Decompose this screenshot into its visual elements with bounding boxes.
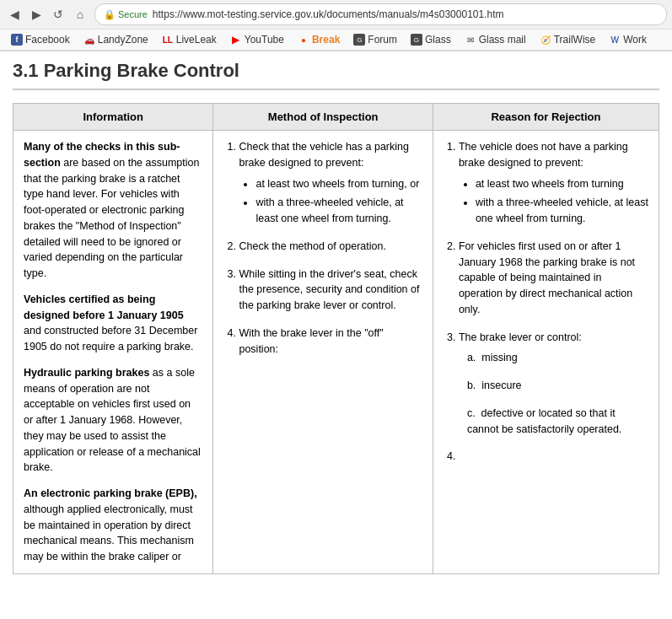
bookmark-trailwise[interactable]: 🧭 TrailWise xyxy=(534,32,602,47)
bookmark-label-break: Break xyxy=(312,34,340,46)
trailwise-icon: 🧭 xyxy=(540,34,551,46)
content-row: Many of the checks in this sub-section a… xyxy=(13,131,659,574)
page-title: 3.1 Parking Brake Control xyxy=(13,60,659,90)
secure-indicator: 🔒 Secure xyxy=(104,9,148,20)
bookmark-label-trailwise: TrailWise xyxy=(554,34,596,46)
reason-item-1: The vehicle does not have a parking brak… xyxy=(459,139,648,227)
bookmark-glassmail[interactable]: ✉ Glass mail xyxy=(459,32,532,47)
info-bold-3: Hydraulic parking brakes xyxy=(24,367,149,379)
method-item-4: With the brake lever in the "off" positi… xyxy=(239,326,422,358)
bookmark-facebook[interactable]: f Facebook xyxy=(5,32,76,47)
address-bar[interactable]: 🔒 Secure https://www.mot-testing.service… xyxy=(94,3,667,25)
bookmark-label-work: Work xyxy=(623,34,647,46)
reason-item-1-text: The vehicle does not have a parking brak… xyxy=(459,141,628,169)
bookmark-label-glass: Glass xyxy=(425,34,451,46)
info-normal-1: are based on the assumption that the par… xyxy=(24,157,199,279)
method-item-2: Check the method of operation. xyxy=(239,239,422,255)
info-bold-2: Vehicles certified as being designed bef… xyxy=(24,293,184,321)
information-cell: Many of the checks in this sub-section a… xyxy=(13,131,213,574)
reason-item-3: The brake lever or control: a. missing b… xyxy=(459,330,648,438)
reason-bullets-1: at least two wheels from turning with a … xyxy=(459,176,648,227)
forum-icon: G xyxy=(353,34,365,46)
info-para-3: Hydraulic parking brakes as a sole means… xyxy=(24,365,202,476)
info-normal-4: although applied electronically, must be… xyxy=(24,503,194,562)
facebook-icon: f xyxy=(11,34,23,46)
info-para-4: An electronic parking brake (EPB), altho… xyxy=(24,486,202,565)
back-button[interactable]: ◀ xyxy=(5,5,24,24)
bookmark-break[interactable]: ● Break xyxy=(292,32,346,47)
reason-item-3-text: The brake lever or control: xyxy=(459,331,582,343)
refresh-button[interactable]: ↺ xyxy=(49,5,67,24)
reason-sub-item-3a: a. missing xyxy=(467,350,648,366)
reason-cell: The vehicle does not have a parking brak… xyxy=(433,131,659,574)
info-para-1: Many of the checks in this sub-section a… xyxy=(24,139,202,282)
info-normal-3: as a sole means of operation are not acc… xyxy=(24,367,201,474)
youtube-icon: ▶ xyxy=(230,34,242,46)
bookmark-label-youtube: YouTube xyxy=(245,34,284,46)
method-bullets-1: at least two wheels from turning, or wit… xyxy=(239,176,422,227)
header-reason: Reason for Rejection xyxy=(433,104,659,131)
method-item-4-text: With the brake lever in the "off" positi… xyxy=(239,327,383,355)
bookmarks-bar: f Facebook 🚗 LandyZone LL LiveLeak ▶ You… xyxy=(0,29,672,51)
bookmark-label-liveleak: LiveLeak xyxy=(176,34,217,46)
bookmark-work[interactable]: W Work xyxy=(603,32,653,47)
method-cell: Check that the vehicle has a parking bra… xyxy=(213,131,433,574)
secure-label: Secure xyxy=(118,9,148,19)
nav-icons: ◀ ▶ ↺ ⌂ xyxy=(5,5,89,24)
forward-button[interactable]: ▶ xyxy=(27,5,46,24)
method-bullet-1-1: at least two wheels from turning, or xyxy=(255,176,422,192)
bookmark-forum[interactable]: G Forum xyxy=(347,32,403,47)
reason-sub-item-3c: c. defective or located so that it canno… xyxy=(467,406,648,438)
method-item-3: While sitting in the driver's seat, chec… xyxy=(239,266,422,314)
reason-sub-list-3: a. missing b. insecure c. defective or l… xyxy=(459,350,648,437)
lock-icon: 🔒 xyxy=(104,9,116,20)
info-bold-4: An electronic parking brake (EPB), xyxy=(24,487,197,499)
bookmark-youtube[interactable]: ▶ YouTube xyxy=(224,32,290,47)
bookmark-glass[interactable]: G Glass xyxy=(405,32,457,47)
info-para-2: Vehicles certified as being designed bef… xyxy=(24,292,202,355)
method-item-1-text: Check that the vehicle has a parking bra… xyxy=(239,141,409,169)
method-bullet-1-2: with a three-wheeled vehicle, at least o… xyxy=(255,195,422,227)
method-item-3-text: While sitting in the driver's seat, chec… xyxy=(239,268,419,312)
bookmark-label-glassmail: Glass mail xyxy=(479,34,526,46)
bookmark-label-forum: Forum xyxy=(368,34,397,46)
work-icon: W xyxy=(609,34,621,46)
reason-sub-item-3b: b. insecure xyxy=(467,378,648,394)
bookmark-label-landyzone: LandyZone xyxy=(98,34,148,46)
url-text[interactable]: https://www.mot-testing.service.gov.uk/d… xyxy=(153,8,658,20)
reason-item-4 xyxy=(459,449,648,465)
landyzone-icon: 🚗 xyxy=(83,34,95,46)
glassmail-icon: ✉ xyxy=(465,34,476,46)
info-normal-2: and constructed before 31 December 1905 … xyxy=(24,325,197,353)
header-method: Method of Inspection xyxy=(213,104,433,131)
home-button[interactable]: ⌂ xyxy=(71,5,89,24)
page-content: 3.1 Parking Brake Control Information Me… xyxy=(0,51,672,583)
bookmark-liveleak[interactable]: LL LiveLeak xyxy=(156,32,223,47)
browser-chrome: ◀ ▶ ↺ ⌂ 🔒 Secure https://www.mot-testing… xyxy=(0,0,672,51)
reason-item-2: For vehicles first used on or after 1 Ja… xyxy=(459,239,648,318)
reason-bullet-1-1: at least two wheels from turning xyxy=(476,176,648,192)
method-item-2-text: Check the method of operation. xyxy=(239,240,385,252)
header-information: Information xyxy=(13,104,213,131)
bookmark-landyzone[interactable]: 🚗 LandyZone xyxy=(78,32,154,47)
reason-bullet-1-2: with a three-wheeled vehicle, at least o… xyxy=(476,195,648,227)
method-item-1: Check that the vehicle has a parking bra… xyxy=(239,139,422,227)
bookmark-label-facebook: Facebook xyxy=(25,34,70,46)
method-list: Check that the vehicle has a parking bra… xyxy=(223,139,422,357)
glass-icon: G xyxy=(411,34,422,46)
reason-item-2-text: For vehicles first used on or after 1 Ja… xyxy=(459,240,635,315)
liveleak-icon: LL xyxy=(162,34,174,46)
reason-list: The vehicle does not have a parking brak… xyxy=(444,139,648,465)
break-icon: ● xyxy=(298,34,309,46)
navigation-bar: ◀ ▶ ↺ ⌂ 🔒 Secure https://www.mot-testing… xyxy=(0,0,672,29)
main-table: Information Method of Inspection Reason … xyxy=(13,103,659,574)
